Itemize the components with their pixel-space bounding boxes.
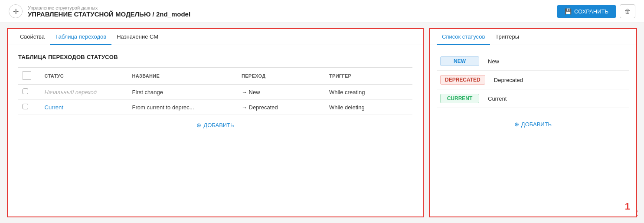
row-checkbox[interactable]: [23, 89, 28, 94]
add-transition-button[interactable]: ⊕ ДОБАВИТЬ: [18, 115, 412, 135]
main-content: Свойства Таблица переходов Назначение СМ…: [0, 23, 644, 223]
tab-transitions[interactable]: Таблица переходов: [50, 29, 111, 45]
select-all-checkbox[interactable]: [23, 71, 31, 80]
row-trigger: While creating: [325, 85, 412, 100]
tab-properties[interactable]: Свойства: [15, 29, 50, 45]
right-panel-number: 1: [625, 201, 630, 212]
status-badge: DEPRECATED: [440, 75, 485, 85]
table-row: CurrentFrom current to deprec...→ Deprec…: [18, 100, 412, 115]
add-status-button[interactable]: ⊕ ДОБАВИТЬ: [430, 115, 636, 134]
row-status: Начальный переход: [40, 85, 128, 100]
col-header-trigger: ТРИГГЕР: [325, 68, 412, 85]
row-name: From current to deprec...: [128, 100, 238, 115]
initial-status: Начальный переход: [45, 89, 97, 95]
col-header-transition: ПЕРЕХОД: [237, 68, 325, 85]
row-status: Current: [40, 100, 128, 115]
left-panel: Свойства Таблица переходов Назначение СМ…: [7, 28, 424, 217]
add-circle-icon: ⊕: [196, 122, 201, 128]
col-header-status: СТАТУС: [40, 68, 128, 85]
app-icon: ✛: [9, 4, 23, 18]
status-name: New: [488, 58, 499, 65]
section-title: ТАБЛИЦА ПЕРЕХОДОВ СТАТУСОВ: [18, 54, 412, 60]
status-list-item[interactable]: NEW New: [437, 52, 629, 71]
save-button[interactable]: 💾 СОХРАНИТЬ: [557, 5, 616, 18]
status-link[interactable]: Current: [45, 104, 63, 111]
header-title-block: Управление структурой данных УПРАВЛЕНИЕ …: [28, 5, 190, 18]
col-header-name: НАЗВАНИЕ: [128, 68, 238, 85]
trash-icon: 🗑: [624, 8, 631, 15]
header: ✛ Управление структурой данных УПРАВЛЕНИ…: [0, 0, 644, 23]
row-checkbox[interactable]: [23, 104, 28, 109]
row-transition: → New: [237, 85, 325, 100]
breadcrumb: Управление структурой данных: [28, 5, 190, 10]
save-label: СОХРАНИТЬ: [574, 8, 608, 15]
tab-status-list[interactable]: Список статусов: [437, 29, 490, 45]
status-name: Deprecated: [494, 77, 523, 83]
add-status-label: ДОБАВИТЬ: [521, 121, 552, 128]
add-circle-icon-right: ⊕: [514, 121, 519, 128]
status-list: NEW New DEPRECATED Deprecated CURRENT Cu…: [430, 45, 636, 115]
status-badge: CURRENT: [440, 94, 479, 103]
header-actions: 💾 СОХРАНИТЬ 🗑: [557, 4, 635, 18]
right-panel: Список статусов Триггеры NEW New DEPRECA…: [429, 28, 637, 217]
row-name: First change: [128, 85, 238, 100]
tab-triggers[interactable]: Триггеры: [490, 29, 524, 45]
tab-assignment[interactable]: Назначение СМ: [111, 29, 163, 45]
status-name: Current: [488, 95, 507, 102]
status-badge: NEW: [440, 56, 479, 66]
page-title: УПРАВЛЕНИЕ СТАТУСНОЙ МОДЕЛЬЮ / 2nd_model: [28, 10, 190, 18]
delete-button[interactable]: 🗑: [620, 4, 635, 18]
right-tabs: Список статусов Триггеры: [430, 29, 636, 45]
header-left: ✛ Управление структурой данных УПРАВЛЕНИ…: [9, 4, 190, 18]
row-transition: → Deprecated: [237, 100, 325, 115]
left-panel-body: ТАБЛИЦА ПЕРЕХОДОВ СТАТУСОВ СТАТУС НАЗВАН…: [8, 45, 423, 144]
row-trigger: While deleting: [325, 100, 412, 115]
add-transition-label: ДОБАВИТЬ: [203, 122, 234, 128]
status-list-item[interactable]: DEPRECATED Deprecated: [437, 71, 629, 89]
save-icon: 💾: [565, 8, 572, 15]
transitions-table: СТАТУС НАЗВАНИЕ ПЕРЕХОД ТРИГГЕР Начальны…: [18, 67, 412, 115]
left-tabs: Свойства Таблица переходов Назначение СМ: [8, 29, 423, 45]
table-row: Начальный переходFirst change→ NewWhile …: [18, 85, 412, 100]
status-list-item[interactable]: CURRENT Current: [437, 89, 629, 108]
